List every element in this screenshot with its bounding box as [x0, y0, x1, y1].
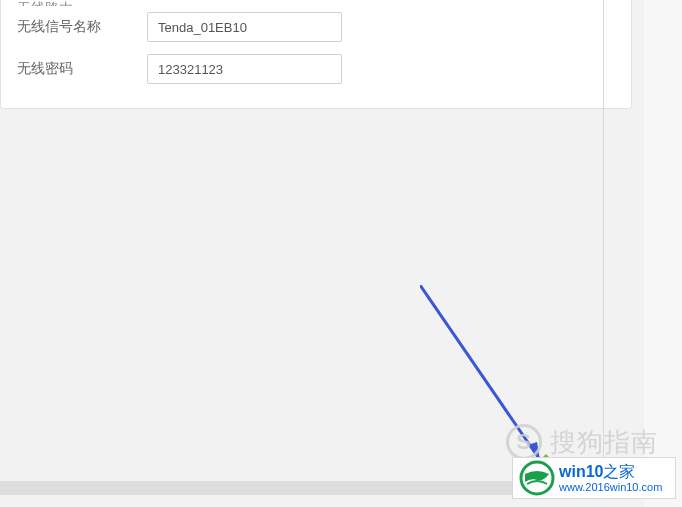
- content-right-border: [603, 0, 604, 495]
- ssid-label: 无线信号名称: [17, 18, 147, 36]
- win10-url: www.2016win10.com: [559, 481, 662, 493]
- win10-brand: win10之家: [559, 463, 662, 481]
- win10-badge: win10之家 www.2016win10.com: [512, 457, 676, 499]
- sogou-watermark-text: 搜狗指南: [550, 425, 658, 460]
- win10-logo-icon: [519, 460, 555, 496]
- password-row: 无线密码: [1, 48, 631, 90]
- ssid-input[interactable]: [147, 12, 342, 42]
- page-content: 无线路由 无线信号名称 无线密码: [0, 0, 642, 495]
- sogou-logo-icon: S: [506, 424, 542, 460]
- password-input[interactable]: [147, 54, 342, 84]
- sogou-watermark: S 搜狗指南: [506, 424, 658, 460]
- ssid-row: 无线信号名称: [1, 6, 631, 48]
- password-label: 无线密码: [17, 60, 147, 78]
- wireless-settings-card: 无线路由 无线信号名称 无线密码: [0, 0, 632, 109]
- win10-text: win10之家 www.2016win10.com: [559, 463, 662, 493]
